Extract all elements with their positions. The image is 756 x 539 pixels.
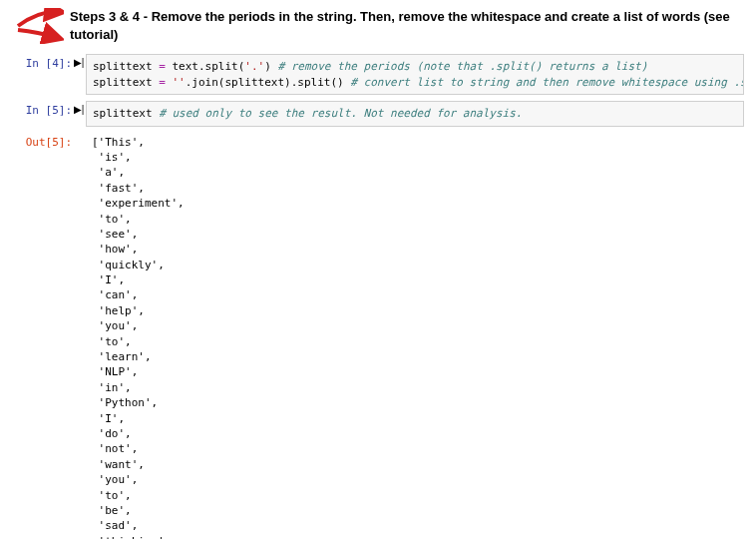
run-cell-icon[interactable]: ▶|: [72, 101, 86, 115]
code-token: splittext: [93, 76, 153, 89]
code-token: splittext: [93, 107, 153, 120]
spacer: [72, 133, 86, 136]
code-token: ): [264, 60, 271, 73]
input-prompt: In [5]:: [12, 101, 72, 117]
code-token: text.split(: [172, 60, 244, 73]
double-arrow-icon: [12, 8, 64, 44]
code-cell-5: In [5]: ▶| splittext # used only to see …: [12, 101, 744, 126]
code-token: '': [172, 76, 185, 89]
code-token: .join(splittext).split(): [186, 76, 344, 89]
header-row: Steps 3 & 4 - Remove the periods in the …: [12, 8, 744, 44]
run-cell-icon[interactable]: ▶|: [72, 54, 86, 68]
code-cell-4: In [4]: ▶| splittext = text.split('.') #…: [12, 54, 744, 95]
code-input-4[interactable]: splittext = text.split('.') # remove the…: [86, 54, 744, 95]
code-token: '.': [244, 60, 264, 73]
input-prompt: In [4]:: [12, 54, 72, 70]
code-comment: # remove the periods (note that .split()…: [271, 60, 648, 73]
section-heading: Steps 3 & 4 - Remove the periods in the …: [70, 8, 744, 44]
code-comment: # convert list to string and then remove…: [344, 76, 744, 89]
cell-output-5: ['This', 'is', 'a', 'fast', 'experiment'…: [86, 133, 744, 539]
code-token: splittext: [93, 60, 153, 73]
code-input-5[interactable]: splittext # used only to see the result.…: [86, 101, 744, 126]
code-token: =: [153, 76, 173, 89]
output-prompt: Out[5]:: [12, 133, 72, 149]
code-comment: # used only to see the result. Not neede…: [153, 107, 523, 120]
output-cell-5: Out[5]: ['This', 'is', 'a', 'fast', 'exp…: [12, 133, 744, 539]
code-token: =: [153, 60, 173, 73]
notebook-content: Steps 3 & 4 - Remove the periods in the …: [0, 0, 756, 539]
